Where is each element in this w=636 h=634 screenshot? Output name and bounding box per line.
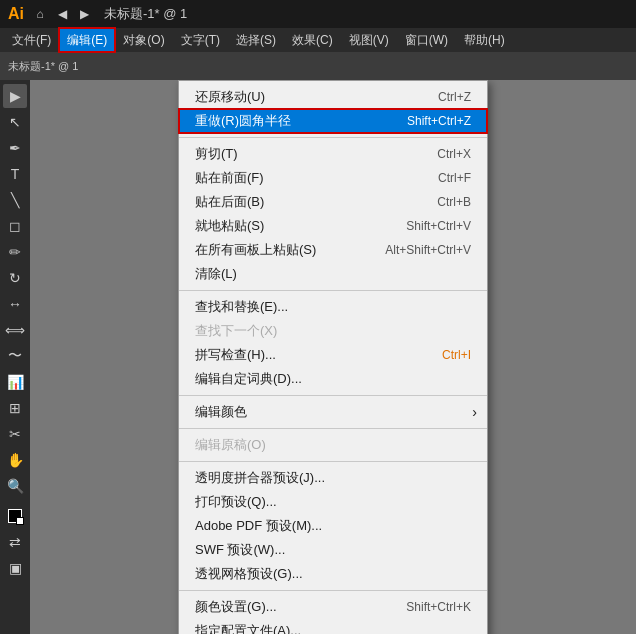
spell-label: 拼写检查(H)... — [195, 346, 426, 364]
menu-paste-front[interactable]: 贴在前面(F) Ctrl+F — [179, 166, 487, 190]
toolbar-row: 未标题-1* @ 1 — [0, 52, 636, 80]
swf-preset-label: SWF 预设(W)... — [195, 541, 471, 559]
menubar: 文件(F) 编辑(E) 对象(O) 文字(T) 选择(S) 效果(C) 视图(V… — [0, 28, 636, 52]
tool-paint[interactable]: ✏ — [3, 240, 27, 264]
adobe-pdf-label: Adobe PDF 预设(M)... — [195, 517, 471, 535]
separator-4 — [179, 428, 487, 429]
menu-redo[interactable]: 重做(R)圆角半径 Shift+Ctrl+Z — [179, 109, 487, 133]
menu-color-settings[interactable]: 颜色设置(G)... Shift+Ctrl+K — [179, 595, 487, 619]
menu-type[interactable]: 文字(T) — [173, 28, 228, 52]
profile-label: 指定配置文件(A)... — [195, 622, 471, 634]
tool-slice[interactable]: ✂ — [3, 422, 27, 446]
tool-select[interactable]: ▶ — [3, 84, 27, 108]
titlebar-nav-icons: ⌂ ◀ ▶ — [32, 6, 92, 22]
print-preset-label: 打印预设(Q)... — [195, 493, 471, 511]
tool-line[interactable]: ╲ — [3, 188, 27, 212]
paste-front-label: 贴在前面(F) — [195, 169, 422, 187]
forward-icon[interactable]: ▶ — [76, 6, 92, 22]
tool-swap-colors[interactable]: ⇄ — [3, 530, 27, 554]
menu-adobe-pdf[interactable]: Adobe PDF 预设(M)... — [179, 514, 487, 538]
tool-rotate[interactable]: ↻ — [3, 266, 27, 290]
menu-clear[interactable]: 清除(L) — [179, 262, 487, 286]
back-icon[interactable]: ◀ — [54, 6, 70, 22]
color-settings-shortcut: Shift+Ctrl+K — [406, 600, 471, 614]
menu-paste-back[interactable]: 贴在后面(B) Ctrl+B — [179, 190, 487, 214]
cut-label: 剪切(T) — [195, 145, 421, 163]
left-toolbar: ▶ ↖ ✒ T ╲ ◻ ✏ ↻ ↔ ⟺ 〜 📊 ⊞ ✂ ✋ 🔍 ⇄ ▣ — [0, 80, 30, 634]
edit-colors-label: 编辑颜色 — [195, 403, 471, 421]
menu-cut[interactable]: 剪切(T) Ctrl+X — [179, 142, 487, 166]
menu-view[interactable]: 视图(V) — [341, 28, 397, 52]
menu-undo[interactable]: 还原移动(U) Ctrl+Z — [179, 85, 487, 109]
menu-edit[interactable]: 编辑(E) — [59, 28, 115, 52]
paste-back-shortcut: Ctrl+B — [437, 195, 471, 209]
tool-direct-select[interactable]: ↖ — [3, 110, 27, 134]
tool-type[interactable]: T — [3, 162, 27, 186]
tool-artboard[interactable]: ⊞ — [3, 396, 27, 420]
redo-shortcut: Shift+Ctrl+Z — [407, 114, 471, 128]
undo-label: 还原移动(U) — [195, 88, 422, 106]
app-logo: Ai — [8, 5, 24, 23]
home-icon[interactable]: ⌂ — [32, 6, 48, 22]
clear-label: 清除(L) — [195, 265, 471, 283]
paste-in-place-shortcut: Shift+Ctrl+V — [406, 219, 471, 233]
tool-width[interactable]: ⟺ — [3, 318, 27, 342]
edit-original-label: 编辑原稿(O) — [195, 436, 471, 454]
menu-transparency[interactable]: 透明度拼合器预设(J)... — [179, 466, 487, 490]
perspective-label: 透视网格预设(G)... — [195, 565, 471, 583]
canvas-area: 还原移动(U) Ctrl+Z 重做(R)圆角半径 Shift+Ctrl+Z 剪切… — [30, 80, 636, 634]
menu-perspective[interactable]: 透视网格预设(G)... — [179, 562, 487, 586]
color-settings-label: 颜色设置(G)... — [195, 598, 390, 616]
separator-2 — [179, 290, 487, 291]
window-title: 未标题-1* @ 1 — [104, 5, 628, 23]
tool-rect[interactable]: ◻ — [3, 214, 27, 238]
tool-hand[interactable]: ✋ — [3, 448, 27, 472]
paste-all-shortcut: Alt+Shift+Ctrl+V — [385, 243, 471, 257]
tool-screen-mode[interactable]: ▣ — [3, 556, 27, 580]
menu-object[interactable]: 对象(O) — [115, 28, 172, 52]
menu-find-next: 查找下一个(X) — [179, 319, 487, 343]
menu-edit-colors[interactable]: 编辑颜色 — [179, 400, 487, 424]
menu-find-replace[interactable]: 查找和替换(E)... — [179, 295, 487, 319]
paste-in-place-label: 就地粘贴(S) — [195, 217, 390, 235]
paste-all-label: 在所有画板上粘贴(S) — [195, 241, 369, 259]
edit-dropdown-menu: 还原移动(U) Ctrl+Z 重做(R)圆角半径 Shift+Ctrl+Z 剪切… — [178, 80, 488, 634]
transparency-label: 透明度拼合器预设(J)... — [195, 469, 471, 487]
find-replace-label: 查找和替换(E)... — [195, 298, 471, 316]
menu-edit-original: 编辑原稿(O) — [179, 433, 487, 457]
redo-label: 重做(R)圆角半径 — [195, 112, 391, 130]
separator-1 — [179, 137, 487, 138]
menu-select[interactable]: 选择(S) — [228, 28, 284, 52]
tool-graph[interactable]: 📊 — [3, 370, 27, 394]
tool-zoom[interactable]: 🔍 — [3, 474, 27, 498]
paste-back-label: 贴在后面(B) — [195, 193, 421, 211]
separator-5 — [179, 461, 487, 462]
paste-front-shortcut: Ctrl+F — [438, 171, 471, 185]
tool-warp[interactable]: 〜 — [3, 344, 27, 368]
menu-edit-dict[interactable]: 编辑自定词典(D)... — [179, 367, 487, 391]
cut-shortcut: Ctrl+X — [437, 147, 471, 161]
menu-effect[interactable]: 效果(C) — [284, 28, 341, 52]
menu-spell[interactable]: 拼写检查(H)... Ctrl+I — [179, 343, 487, 367]
toolbar-title: 未标题-1* @ 1 — [8, 59, 78, 74]
menu-print-preset[interactable]: 打印预设(Q)... — [179, 490, 487, 514]
tool-pen[interactable]: ✒ — [3, 136, 27, 160]
menu-swf-preset[interactable]: SWF 预设(W)... — [179, 538, 487, 562]
main-area: ▶ ↖ ✒ T ╲ ◻ ✏ ↻ ↔ ⟺ 〜 📊 ⊞ ✂ ✋ 🔍 ⇄ ▣ 还原移动… — [0, 80, 636, 634]
menu-profile[interactable]: 指定配置文件(A)... — [179, 619, 487, 634]
titlebar: Ai ⌂ ◀ ▶ 未标题-1* @ 1 — [0, 0, 636, 28]
tool-mirror[interactable]: ↔ — [3, 292, 27, 316]
menu-file[interactable]: 文件(F) — [4, 28, 59, 52]
separator-3 — [179, 395, 487, 396]
menu-window[interactable]: 窗口(W) — [397, 28, 456, 52]
spell-shortcut: Ctrl+I — [442, 348, 471, 362]
undo-shortcut: Ctrl+Z — [438, 90, 471, 104]
separator-6 — [179, 590, 487, 591]
menu-paste-all[interactable]: 在所有画板上粘贴(S) Alt+Shift+Ctrl+V — [179, 238, 487, 262]
edit-dict-label: 编辑自定词典(D)... — [195, 370, 471, 388]
menu-paste-in-place[interactable]: 就地粘贴(S) Shift+Ctrl+V — [179, 214, 487, 238]
tool-fill[interactable] — [3, 504, 27, 528]
menu-help[interactable]: 帮助(H) — [456, 28, 513, 52]
find-next-label: 查找下一个(X) — [195, 322, 471, 340]
